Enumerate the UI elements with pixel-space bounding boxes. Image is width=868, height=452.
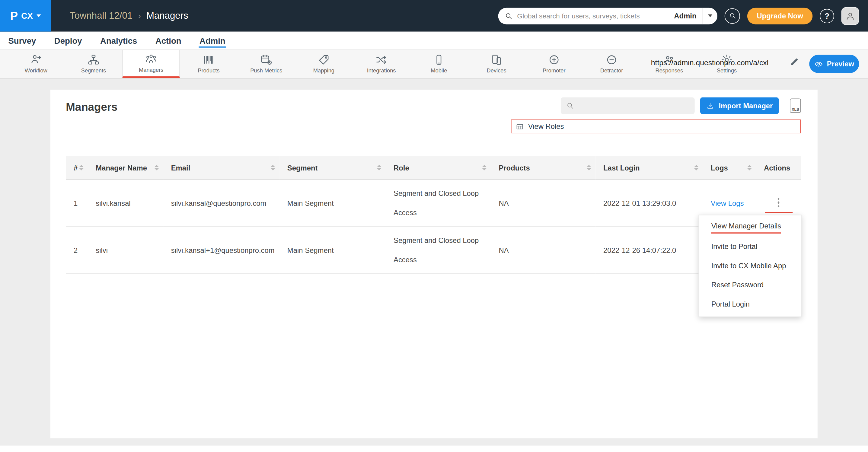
- cell-role: Segment and Closed Loop Access: [386, 180, 491, 227]
- help-button[interactable]: ?: [820, 8, 834, 23]
- cell-products: NA: [491, 180, 596, 227]
- nav-tab-admin[interactable]: Admin: [199, 33, 226, 47]
- column-header-label: Last Login: [603, 164, 640, 172]
- managers-icon: [145, 53, 157, 65]
- search-scope-dropdown-button[interactable]: [702, 7, 717, 24]
- breadcrumb-survey-name[interactable]: Townhall 12/01: [70, 10, 132, 22]
- cell-number: 2: [66, 227, 88, 274]
- menu-item-label: Invite to CX Mobile App: [711, 262, 786, 270]
- menu-item-invite-to-portal[interactable]: Invite to Portal: [699, 237, 801, 256]
- nav-tab-analytics[interactable]: Analytics: [100, 33, 137, 47]
- cell-role: Segment and Closed Loop Access: [386, 227, 491, 274]
- main-nav: SurveyDeployAnalyticsActionAdmin: [0, 32, 868, 50]
- toolbar-item-workflow[interactable]: Workflow: [7, 50, 65, 78]
- toolbar-item-detractor[interactable]: Detractor: [583, 50, 641, 78]
- managers-table: #Manager NameEmailSegmentRoleProductsLas…: [66, 156, 801, 274]
- detractor-icon: [606, 54, 618, 66]
- breadcrumb: Townhall 12/01 › Managers: [70, 10, 188, 22]
- cell-manager-name: silvi: [88, 227, 163, 274]
- questionpro-logo: P: [10, 9, 18, 22]
- preview-button-label: Preview: [827, 60, 854, 68]
- sort-icon[interactable]: [586, 164, 592, 172]
- nav-tab-deploy[interactable]: Deploy: [54, 33, 83, 47]
- edit-pencil-icon[interactable]: [790, 57, 799, 66]
- view-roles-row: View Roles: [51, 114, 817, 133]
- column-header-segment[interactable]: Segment: [279, 156, 386, 180]
- column-header-label: Actions: [764, 164, 790, 172]
- toolbar-item-label: Settings: [717, 68, 737, 74]
- sort-icon[interactable]: [153, 164, 160, 172]
- column-header-email[interactable]: Email: [163, 156, 279, 180]
- toolbar-item-segments[interactable]: Segments: [65, 50, 123, 78]
- toolbar-item-mobile[interactable]: Mobile: [410, 50, 468, 78]
- import-manager-button[interactable]: Import Manager: [701, 97, 779, 114]
- view-roles-button[interactable]: View Roles: [511, 120, 801, 133]
- row-menu-kebab-icon[interactable]: [773, 196, 784, 209]
- sort-icon[interactable]: [376, 164, 382, 172]
- column-header-label: #: [74, 164, 78, 172]
- page-title: Managers: [66, 101, 117, 114]
- chevron-down-icon: [708, 14, 712, 17]
- manager-row: 2silvisilvi.kansal+1@questionpro.comMain…: [66, 227, 801, 274]
- column-header-logs[interactable]: Logs: [703, 156, 756, 180]
- toolbar-item-label: Promoter: [542, 68, 565, 74]
- table-search-input[interactable]: [579, 101, 689, 110]
- toolbar-item-integrations[interactable]: Integrations: [352, 50, 410, 78]
- integrations-icon: [375, 54, 387, 66]
- segments-icon: [88, 54, 100, 66]
- nav-tab-action[interactable]: Action: [155, 33, 182, 47]
- search-icon: [729, 12, 736, 19]
- card-header-actions: Import Manager XLS: [561, 97, 801, 114]
- search-submit-button[interactable]: [725, 8, 740, 24]
- url-overlay-text: https://admin.questionpro.com/a/cxl: [651, 59, 768, 67]
- column-header-last-login[interactable]: Last Login: [595, 156, 703, 180]
- import-download-icon: [707, 102, 714, 109]
- toolbar-item-label: Mobile: [431, 68, 447, 74]
- cell-manager-name: silvi.kansal: [88, 180, 163, 227]
- global-search-input[interactable]: [513, 12, 669, 20]
- column-header-manager-name[interactable]: Manager Name: [88, 156, 163, 180]
- product-name-label: CX: [21, 11, 33, 21]
- menu-item-portal-login[interactable]: Portal Login: [699, 294, 801, 314]
- menu-item-view-manager-details[interactable]: View Manager Details: [699, 218, 801, 237]
- sort-icon[interactable]: [746, 164, 753, 172]
- column-header-label: Segment: [287, 164, 318, 172]
- sort-icon[interactable]: [270, 164, 276, 172]
- product-switcher[interactable]: P CX: [0, 0, 51, 32]
- toolbar-item-label: Products: [198, 68, 219, 74]
- column-header-label: Manager Name: [96, 164, 147, 172]
- toolbar-item-label: Devices: [487, 68, 506, 74]
- menu-item-reset-password[interactable]: Reset Password: [699, 275, 801, 294]
- toolbar-item-managers[interactable]: Managers: [122, 50, 180, 78]
- toolbar-item-mapping[interactable]: Mapping: [295, 50, 353, 78]
- toolbar-item-devices[interactable]: Devices: [468, 50, 525, 78]
- menu-item-invite-to-cx-mobile-app[interactable]: Invite to CX Mobile App: [699, 256, 801, 275]
- column-header-products[interactable]: Products: [491, 156, 596, 180]
- toolbar-item-products[interactable]: Products: [180, 50, 238, 78]
- sort-icon[interactable]: [78, 164, 85, 172]
- upgrade-button[interactable]: Upgrade Now: [747, 7, 812, 24]
- search-icon: [505, 12, 513, 20]
- card-header: Managers Import Manager XLS: [51, 90, 817, 114]
- breadcrumb-separator: ›: [138, 11, 141, 21]
- column-header-role[interactable]: Role: [386, 156, 491, 180]
- promoter-icon: [548, 54, 560, 66]
- view-logs-link[interactable]: View Logs: [711, 199, 744, 207]
- column-header-label: Logs: [711, 164, 728, 172]
- export-xls-icon[interactable]: XLS: [790, 98, 801, 113]
- admin-toolbar-items: WorkflowSegmentsManagersProductsPush Met…: [7, 50, 756, 78]
- sort-icon[interactable]: [693, 164, 700, 172]
- table-grid-icon: [516, 123, 524, 130]
- menu-item-label: Invite to Portal: [711, 243, 757, 251]
- preview-button[interactable]: Preview: [809, 55, 859, 73]
- nav-tab-survey[interactable]: Survey: [8, 33, 36, 47]
- search-scope-label[interactable]: Admin: [669, 12, 702, 20]
- table-header-row: #Manager NameEmailSegmentRoleProductsLas…: [66, 156, 801, 180]
- sort-icon[interactable]: [481, 164, 488, 172]
- toolbar-item-push-metrics[interactable]: Push Metrics: [238, 50, 295, 78]
- column-header-num[interactable]: #: [66, 156, 88, 180]
- avatar[interactable]: [841, 7, 859, 25]
- toolbar-item-promoter[interactable]: Promoter: [525, 50, 583, 78]
- toolbar-item-label: Responses: [655, 68, 683, 74]
- toolbar-item-label: Segments: [81, 68, 106, 74]
